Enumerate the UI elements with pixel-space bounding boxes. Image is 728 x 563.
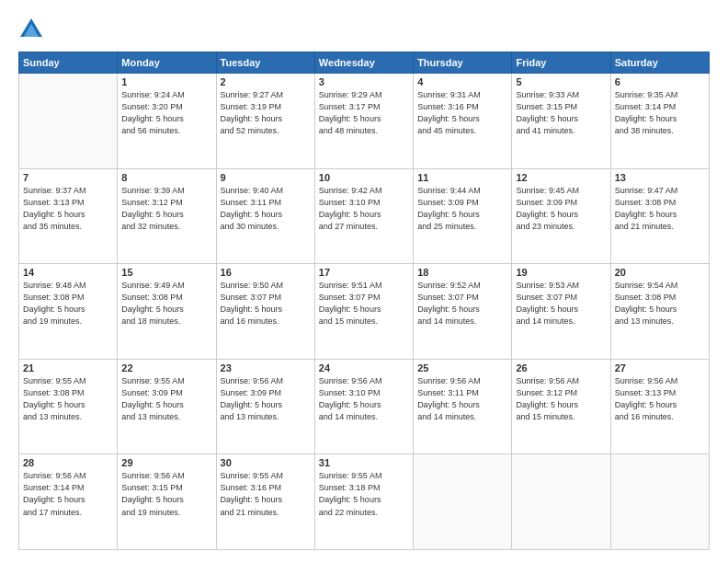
day-info: Sunrise: 9:55 AM Sunset: 3:18 PM Dayligh… bbox=[319, 470, 409, 518]
calendar-cell bbox=[414, 454, 512, 550]
calendar-cell: 2Sunrise: 9:27 AM Sunset: 3:19 PM Daylig… bbox=[216, 74, 314, 169]
calendar-header-row: SundayMondayTuesdayWednesdayThursdayFrid… bbox=[19, 52, 710, 74]
calendar-cell: 10Sunrise: 9:42 AM Sunset: 3:10 PM Dayli… bbox=[314, 168, 413, 264]
day-info: Sunrise: 9:31 AM Sunset: 3:16 PM Dayligh… bbox=[417, 89, 507, 137]
calendar-cell: 29Sunrise: 9:56 AM Sunset: 3:15 PM Dayli… bbox=[118, 454, 216, 550]
day-number: 19 bbox=[516, 267, 606, 278]
day-number: 6 bbox=[615, 76, 705, 87]
day-number: 5 bbox=[516, 76, 606, 87]
day-info: Sunrise: 9:40 AM Sunset: 3:11 PM Dayligh… bbox=[221, 185, 311, 233]
day-info: Sunrise: 9:56 AM Sunset: 3:12 PM Dayligh… bbox=[516, 375, 606, 423]
day-info: Sunrise: 9:37 AM Sunset: 3:13 PM Dayligh… bbox=[23, 185, 113, 233]
calendar-cell: 13Sunrise: 9:47 AM Sunset: 3:08 PM Dayli… bbox=[610, 168, 709, 264]
day-number: 3 bbox=[319, 76, 409, 87]
day-info: Sunrise: 9:56 AM Sunset: 3:11 PM Dayligh… bbox=[417, 375, 507, 423]
calendar-week-row: 28Sunrise: 9:56 AM Sunset: 3:14 PM Dayli… bbox=[19, 454, 710, 550]
day-header-thursday: Thursday bbox=[414, 52, 512, 74]
day-info: Sunrise: 9:33 AM Sunset: 3:15 PM Dayligh… bbox=[516, 89, 606, 137]
logo-icon bbox=[18, 17, 44, 42]
day-number: 7 bbox=[23, 172, 113, 183]
calendar-cell: 3Sunrise: 9:29 AM Sunset: 3:17 PM Daylig… bbox=[314, 74, 413, 169]
calendar-cell: 12Sunrise: 9:45 AM Sunset: 3:09 PM Dayli… bbox=[512, 168, 610, 264]
day-info: Sunrise: 9:55 AM Sunset: 3:09 PM Dayligh… bbox=[121, 375, 211, 423]
day-info: Sunrise: 9:29 AM Sunset: 3:17 PM Dayligh… bbox=[319, 89, 409, 137]
day-number: 16 bbox=[221, 267, 311, 278]
logo bbox=[18, 17, 48, 42]
day-number: 18 bbox=[417, 267, 507, 278]
calendar-cell: 14Sunrise: 9:48 AM Sunset: 3:08 PM Dayli… bbox=[19, 264, 118, 360]
day-info: Sunrise: 9:27 AM Sunset: 3:19 PM Dayligh… bbox=[221, 89, 311, 137]
day-header-monday: Monday bbox=[118, 52, 216, 74]
day-header-saturday: Saturday bbox=[610, 52, 709, 74]
day-number: 31 bbox=[319, 457, 409, 468]
page: SundayMondayTuesdayWednesdayThursdayFrid… bbox=[0, 0, 728, 563]
day-number: 26 bbox=[516, 362, 606, 373]
header bbox=[18, 17, 710, 42]
day-info: Sunrise: 9:35 AM Sunset: 3:14 PM Dayligh… bbox=[615, 89, 705, 137]
calendar-cell: 7Sunrise: 9:37 AM Sunset: 3:13 PM Daylig… bbox=[19, 168, 118, 264]
day-number: 28 bbox=[23, 457, 113, 468]
calendar-cell: 17Sunrise: 9:51 AM Sunset: 3:07 PM Dayli… bbox=[314, 264, 413, 360]
day-info: Sunrise: 9:49 AM Sunset: 3:08 PM Dayligh… bbox=[121, 280, 211, 327]
calendar-cell: 22Sunrise: 9:55 AM Sunset: 3:09 PM Dayli… bbox=[118, 359, 216, 454]
day-number: 13 bbox=[615, 172, 705, 183]
day-info: Sunrise: 9:52 AM Sunset: 3:07 PM Dayligh… bbox=[417, 280, 507, 327]
day-number: 9 bbox=[221, 172, 311, 183]
calendar-cell: 15Sunrise: 9:49 AM Sunset: 3:08 PM Dayli… bbox=[118, 264, 216, 360]
day-number: 21 bbox=[23, 362, 113, 373]
calendar-cell bbox=[512, 454, 610, 550]
calendar-cell: 27Sunrise: 9:56 AM Sunset: 3:13 PM Dayli… bbox=[610, 359, 709, 454]
day-info: Sunrise: 9:55 AM Sunset: 3:08 PM Dayligh… bbox=[23, 375, 113, 423]
day-header-tuesday: Tuesday bbox=[216, 52, 314, 74]
day-info: Sunrise: 9:42 AM Sunset: 3:10 PM Dayligh… bbox=[319, 185, 409, 233]
calendar-cell: 1Sunrise: 9:24 AM Sunset: 3:20 PM Daylig… bbox=[118, 74, 216, 169]
calendar-cell bbox=[19, 74, 118, 169]
day-info: Sunrise: 9:56 AM Sunset: 3:15 PM Dayligh… bbox=[121, 470, 211, 518]
calendar-cell: 20Sunrise: 9:54 AM Sunset: 3:08 PM Dayli… bbox=[610, 264, 709, 360]
calendar-cell bbox=[610, 454, 709, 550]
calendar-cell: 25Sunrise: 9:56 AM Sunset: 3:11 PM Dayli… bbox=[414, 359, 512, 454]
calendar-cell: 8Sunrise: 9:39 AM Sunset: 3:12 PM Daylig… bbox=[118, 168, 216, 264]
calendar-cell: 26Sunrise: 9:56 AM Sunset: 3:12 PM Dayli… bbox=[512, 359, 610, 454]
calendar-cell: 5Sunrise: 9:33 AM Sunset: 3:15 PM Daylig… bbox=[512, 74, 610, 169]
calendar-cell: 28Sunrise: 9:56 AM Sunset: 3:14 PM Dayli… bbox=[19, 454, 118, 550]
day-number: 24 bbox=[319, 362, 409, 373]
calendar-cell: 11Sunrise: 9:44 AM Sunset: 3:09 PM Dayli… bbox=[414, 168, 512, 264]
day-info: Sunrise: 9:55 AM Sunset: 3:16 PM Dayligh… bbox=[221, 470, 311, 518]
calendar-week-row: 7Sunrise: 9:37 AM Sunset: 3:13 PM Daylig… bbox=[19, 168, 710, 264]
day-info: Sunrise: 9:50 AM Sunset: 3:07 PM Dayligh… bbox=[221, 280, 311, 327]
day-number: 1 bbox=[121, 76, 211, 87]
day-header-wednesday: Wednesday bbox=[314, 52, 413, 74]
day-number: 29 bbox=[121, 457, 211, 468]
day-info: Sunrise: 9:54 AM Sunset: 3:08 PM Dayligh… bbox=[615, 280, 705, 327]
day-number: 2 bbox=[221, 76, 311, 87]
day-number: 14 bbox=[23, 267, 113, 278]
day-info: Sunrise: 9:56 AM Sunset: 3:09 PM Dayligh… bbox=[221, 375, 311, 423]
day-info: Sunrise: 9:56 AM Sunset: 3:10 PM Dayligh… bbox=[319, 375, 409, 423]
day-info: Sunrise: 9:56 AM Sunset: 3:14 PM Dayligh… bbox=[23, 470, 113, 518]
calendar-cell: 4Sunrise: 9:31 AM Sunset: 3:16 PM Daylig… bbox=[414, 74, 512, 169]
day-number: 17 bbox=[319, 267, 409, 278]
day-info: Sunrise: 9:48 AM Sunset: 3:08 PM Dayligh… bbox=[23, 280, 113, 327]
day-info: Sunrise: 9:44 AM Sunset: 3:09 PM Dayligh… bbox=[417, 185, 507, 233]
calendar-table: SundayMondayTuesdayWednesdayThursdayFrid… bbox=[18, 52, 710, 550]
day-info: Sunrise: 9:51 AM Sunset: 3:07 PM Dayligh… bbox=[319, 280, 409, 327]
day-number: 23 bbox=[221, 362, 311, 373]
calendar-week-row: 21Sunrise: 9:55 AM Sunset: 3:08 PM Dayli… bbox=[19, 359, 710, 454]
day-number: 20 bbox=[615, 267, 705, 278]
day-number: 15 bbox=[121, 267, 211, 278]
calendar-cell: 21Sunrise: 9:55 AM Sunset: 3:08 PM Dayli… bbox=[19, 359, 118, 454]
calendar-cell: 23Sunrise: 9:56 AM Sunset: 3:09 PM Dayli… bbox=[216, 359, 314, 454]
day-number: 4 bbox=[417, 76, 507, 87]
day-info: Sunrise: 9:24 AM Sunset: 3:20 PM Dayligh… bbox=[121, 89, 211, 137]
day-info: Sunrise: 9:53 AM Sunset: 3:07 PM Dayligh… bbox=[516, 280, 606, 327]
day-number: 8 bbox=[121, 172, 211, 183]
calendar-cell: 18Sunrise: 9:52 AM Sunset: 3:07 PM Dayli… bbox=[414, 264, 512, 360]
calendar-cell: 31Sunrise: 9:55 AM Sunset: 3:18 PM Dayli… bbox=[314, 454, 413, 550]
day-number: 22 bbox=[121, 362, 211, 373]
calendar-cell: 16Sunrise: 9:50 AM Sunset: 3:07 PM Dayli… bbox=[216, 264, 314, 360]
day-number: 25 bbox=[417, 362, 507, 373]
calendar-week-row: 1Sunrise: 9:24 AM Sunset: 3:20 PM Daylig… bbox=[19, 74, 710, 169]
day-number: 10 bbox=[319, 172, 409, 183]
day-number: 27 bbox=[615, 362, 705, 373]
